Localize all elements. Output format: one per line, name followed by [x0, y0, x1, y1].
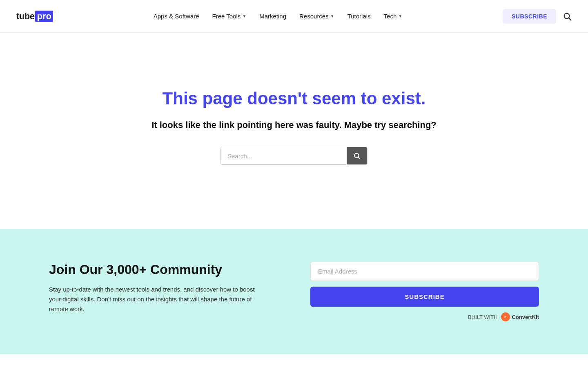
- search-icon: [563, 12, 572, 21]
- footer-subscribe-button[interactable]: SUBSCRIBE: [310, 287, 539, 307]
- built-with: BUILT WITH ConvertKit: [310, 312, 539, 321]
- main-nav: Apps & Software Free Tools ▼ Marketing R…: [154, 13, 402, 20]
- convertkit-icon: [501, 312, 510, 321]
- svg-line-3: [359, 157, 360, 159]
- chevron-down-icon: ▼: [398, 14, 402, 18]
- header-search-button[interactable]: [563, 12, 572, 21]
- logo[interactable]: tubepro: [16, 11, 53, 22]
- footer-title: Join Our 3,000+ Community: [49, 262, 261, 277]
- nav-free-tools[interactable]: Free Tools ▼: [212, 13, 246, 20]
- error-subtitle: It looks like the link pointing here was…: [151, 120, 437, 130]
- footer-cta: Join Our 3,000+ Community Stay up-to-dat…: [0, 229, 588, 354]
- svg-line-1: [569, 18, 571, 20]
- search-input[interactable]: [221, 148, 347, 164]
- nav-marketing[interactable]: Marketing: [259, 13, 286, 20]
- nav-tech[interactable]: Tech ▼: [384, 13, 403, 20]
- site-header: tubepro Apps & Software Free Tools ▼ Mar…: [0, 0, 588, 33]
- search-submit-icon: [353, 152, 361, 159]
- header-actions: SUBSCRIBE: [503, 9, 572, 24]
- built-with-label: BUILT WITH: [468, 314, 497, 320]
- convertkit-label: ConvertKit: [512, 314, 539, 320]
- svg-point-0: [564, 13, 570, 18]
- logo-tube-text: tube: [16, 11, 34, 22]
- search-submit-button[interactable]: [347, 147, 367, 164]
- nav-resources[interactable]: Resources ▼: [299, 13, 334, 20]
- footer-left: Join Our 3,000+ Community Stay up-to-dat…: [49, 262, 261, 314]
- email-input[interactable]: [310, 262, 539, 281]
- convertkit-logo: ConvertKit: [501, 312, 539, 321]
- main-content: This page doesn't seem to exist. It look…: [0, 33, 588, 229]
- chevron-down-icon: ▼: [330, 14, 334, 18]
- svg-point-2: [354, 153, 359, 158]
- header-subscribe-button[interactable]: SUBSCRIBE: [503, 9, 556, 24]
- footer-right: SUBSCRIBE BUILT WITH ConvertKit: [310, 262, 539, 321]
- nav-tutorials[interactable]: Tutorials: [347, 13, 371, 20]
- nav-apps-software[interactable]: Apps & Software: [154, 13, 199, 20]
- footer-description: Stay up-to-date with the newest tools an…: [49, 285, 261, 314]
- chevron-down-icon: ▼: [242, 14, 246, 18]
- logo-pro-text: pro: [35, 11, 53, 22]
- error-title: This page doesn't seem to exist.: [163, 89, 426, 108]
- search-form: [220, 147, 368, 165]
